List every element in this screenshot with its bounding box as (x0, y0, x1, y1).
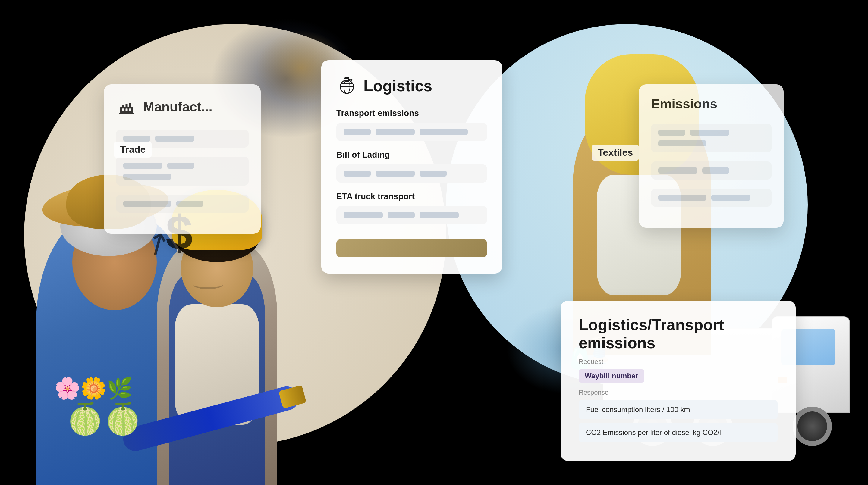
textiles-tag: Textiles (592, 144, 639, 161)
manufacturing-section-2 (116, 157, 249, 186)
main-scene: $ ↗ 🍈🍈 🌸🌼🌿 Trade Textiles 🧵 🧴 (0, 0, 868, 485)
placeholder-field (420, 129, 468, 135)
manufacturing-fields-2 (116, 157, 249, 186)
emissions-fields-1 (651, 124, 772, 153)
placeholder-field (155, 135, 194, 141)
emissions-section-1 (651, 124, 772, 153)
logistics-icon-svg (337, 76, 356, 96)
manufacturing-section-3 (116, 195, 249, 213)
flowers-decoration: 🌸🌼🌿 (54, 376, 133, 401)
placeholder-field (176, 201, 204, 207)
placeholder-field (658, 140, 707, 147)
svg-rect-6 (129, 108, 131, 111)
logistics-submit-button[interactable] (336, 239, 487, 257)
placeholder-field (375, 170, 415, 176)
placeholder-field (123, 163, 162, 169)
logistics-icon (336, 75, 358, 96)
fruits-decoration: 🍈🍈 (66, 401, 142, 437)
placeholder-field (658, 130, 685, 135)
emissions-fields-3 (651, 189, 772, 207)
placeholder-field (711, 195, 750, 201)
placeholder-field (702, 167, 730, 173)
placeholder-field (344, 129, 371, 135)
placeholder-field (388, 212, 415, 218)
info-card: Logistics/Transport emissions Request Wa… (561, 301, 796, 461)
factory-icon-svg (118, 98, 135, 116)
bill-of-lading-section: Bill of Lading (336, 150, 487, 183)
svg-rect-3 (129, 103, 131, 108)
placeholder-field (690, 130, 730, 135)
emissions-fields-2 (651, 161, 772, 180)
waybill-badge: Waybill number (579, 369, 644, 383)
svg-rect-1 (122, 105, 124, 108)
emissions-section-2 (651, 161, 772, 180)
placeholder-field (123, 201, 172, 207)
placeholder-field (658, 167, 698, 173)
eta-truck-section: ETA truck transport (336, 192, 487, 224)
emissions-card-title: Emissions (651, 96, 717, 111)
trade-tag: Trade (114, 141, 152, 158)
request-label: Request (579, 358, 778, 366)
emissions-section-3 (651, 189, 772, 207)
svg-rect-2 (126, 104, 128, 108)
manufacturing-fields-3 (116, 195, 249, 213)
response-row-2: CO2 Emissions per liter of diesel kg CO2… (579, 423, 778, 442)
response-row-1: Fuel consumption liters / 100 km (579, 400, 778, 419)
logistics-card-header: Logistics (336, 75, 487, 96)
placeholder-field (123, 135, 150, 141)
logistics-card: Logistics Transport emissions Bill of La… (321, 60, 502, 273)
emissions-card-header: Emissions (651, 96, 772, 111)
emissions-card: Emissions (639, 84, 784, 228)
placeholder-field (658, 195, 707, 201)
placeholder-field (420, 212, 459, 218)
eta-truck-fields (336, 206, 487, 224)
placeholder-field (344, 212, 383, 218)
placeholder-field (167, 163, 194, 169)
truck-wheel-cab (793, 407, 832, 446)
placeholder-field (344, 170, 371, 176)
svg-marker-15 (351, 78, 353, 81)
logistics-card-title: Logistics (364, 77, 432, 95)
manufacturing-card: Manufact... (104, 84, 261, 234)
manufacturing-card-title: Manufact... (143, 99, 213, 115)
transport-emissions-fields (336, 123, 487, 141)
response-label: Response (579, 389, 778, 396)
placeholder-field (420, 170, 447, 176)
placeholder-field (375, 129, 415, 135)
info-card-title: Logistics/Transport emissions (579, 316, 778, 352)
placeholder-field (123, 173, 172, 180)
svg-rect-4 (122, 108, 124, 111)
bill-of-lading-fields (336, 164, 487, 183)
eta-truck-title: ETA truck transport (336, 192, 487, 201)
bill-of-lading-title: Bill of Lading (336, 150, 487, 160)
manufacturing-icon (116, 96, 137, 118)
transport-emissions-section: Transport emissions (336, 108, 487, 141)
transport-emissions-title: Transport emissions (336, 108, 487, 118)
manufacturing-card-header: Manufact... (116, 96, 249, 118)
worker-smile (193, 280, 223, 289)
svg-rect-5 (126, 108, 128, 111)
